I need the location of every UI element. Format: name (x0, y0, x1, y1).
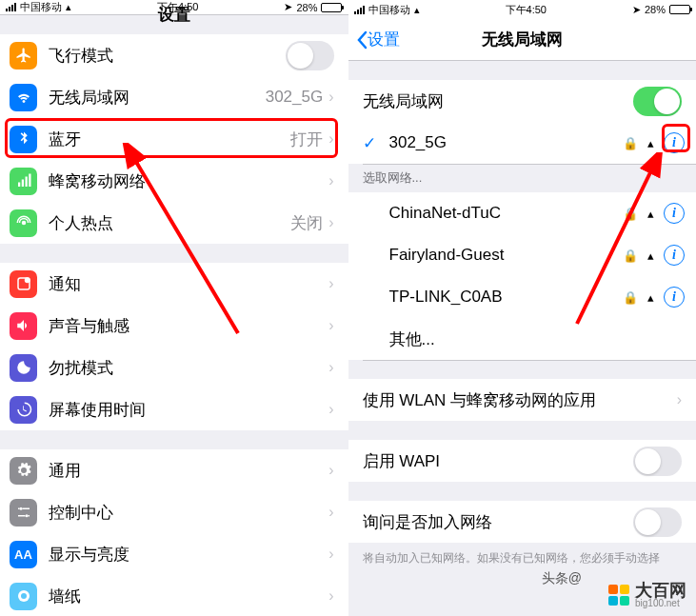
wapi-toggle[interactable] (633, 447, 682, 476)
location-icon: ➤ (632, 4, 641, 16)
cell-detail: 打开 (290, 129, 323, 150)
cell-label: 蜂窝移动网络 (49, 170, 328, 192)
settings-airplane-row[interactable]: 飞行模式 (0, 34, 348, 76)
hotspot-icon (10, 209, 37, 237)
settings-hotspot-row[interactable]: 个人热点关闭› (0, 202, 348, 244)
cell-label: 屏幕使用时间 (49, 399, 328, 421)
settings-dnd-row[interactable]: 勿扰模式› (0, 347, 348, 388)
cell-label: 通知 (49, 273, 328, 295)
nav-bar: 设置 无线局域网 (348, 19, 697, 61)
ask-join-row[interactable]: 询问是否加入网络 (348, 501, 697, 543)
airplane-icon (10, 42, 37, 70)
network-row[interactable]: ChinaNet-dTuC🔒▴i (348, 192, 697, 234)
signal-icon (354, 6, 365, 14)
svg-point-7 (19, 507, 22, 510)
apps-using-wlan-row[interactable]: 使用 WLAN 与蜂窝移动网的应用 › (348, 379, 697, 421)
nav-bar: 设置 (0, 14, 348, 15)
cell-label: 控制中心 (49, 502, 328, 524)
svg-point-10 (21, 593, 27, 599)
chevron-left-icon (356, 30, 368, 50)
other-label: 其他... (389, 328, 686, 350)
chevron-right-icon: › (328, 317, 333, 334)
settings-general-row[interactable]: 通用› (0, 449, 348, 491)
settings-sound-row[interactable]: 声音与触感› (0, 305, 348, 347)
settings-bluetooth-row[interactable]: 蓝牙打开› (0, 118, 348, 160)
cell-detail: 关闭 (290, 212, 323, 234)
wifi-signal-icon: ▴ (647, 290, 654, 305)
carrier: 中国移动 (368, 3, 410, 17)
connected-network-row[interactable]: ✓ 302_5G 🔒 ▴ i (348, 122, 697, 164)
control-icon (10, 499, 37, 527)
checkmark-icon: ✓ (363, 133, 382, 153)
network-info-button[interactable]: i (664, 287, 685, 308)
cell-label: 显示与亮度 (49, 544, 328, 566)
settings-control-row[interactable]: 控制中心› (0, 491, 348, 533)
wifi-toggle-label: 无线局域网 (363, 90, 634, 112)
lock-icon: 🔒 (623, 136, 638, 150)
network-info-button[interactable]: i (664, 203, 685, 224)
svg-rect-0 (18, 183, 20, 188)
wifi-signal-icon: ▴ (647, 136, 654, 150)
wifi-toggle[interactable] (633, 87, 682, 116)
sound-icon (10, 312, 37, 340)
battery-icon (669, 5, 690, 14)
watermark-url: big100.net (635, 599, 686, 608)
screentime-icon (10, 396, 37, 424)
cell-detail: 302_5G (266, 88, 324, 107)
svg-rect-2 (25, 177, 27, 188)
cell-label: 勿扰模式 (49, 357, 328, 379)
settings-notif-row[interactable]: 通知› (0, 263, 348, 305)
svg-point-4 (21, 221, 26, 226)
network-name: ChinaNet-dTuC (389, 204, 624, 223)
chevron-right-icon: › (328, 172, 333, 189)
svg-rect-3 (29, 174, 30, 188)
network-info-button[interactable]: i (664, 132, 685, 153)
status-time: 下午4:50 (506, 3, 547, 17)
settings-wallpaper-row[interactable]: 墙纸› (0, 575, 348, 616)
dnd-icon (10, 354, 37, 382)
watermark-title: 大百网 (635, 582, 686, 599)
network-info-button[interactable]: i (664, 245, 685, 266)
chevron-right-icon: › (328, 401, 333, 418)
chevron-right-icon: › (328, 462, 333, 479)
cell-label: 个人热点 (49, 212, 290, 234)
chevron-right-icon: › (328, 504, 333, 521)
network-row[interactable]: Fairyland-Guest🔒▴i (348, 234, 697, 276)
chevron-right-icon: › (328, 214, 333, 231)
cell-label: 启用 WAPI (363, 450, 634, 472)
site-watermark: 大百网big100.net (608, 582, 686, 608)
bluetooth-icon (10, 126, 37, 153)
chevron-right-icon: › (328, 546, 333, 563)
wifi-toggle-row[interactable]: 无线局域网 (348, 80, 697, 122)
wifi-screen: 中国移动▴ 下午4:50 ➤28% 设置 无线局域网 无线局域网 ✓ 302_5… (348, 0, 697, 616)
ask-join-footer: 将自动加入已知网络。如果没有已知网络，您必须手动选择 (348, 543, 697, 566)
notif-icon (10, 270, 37, 298)
lock-icon: 🔒 (623, 248, 638, 263)
settings-display-row[interactable]: AA显示与亮度› (0, 533, 348, 575)
ask-join-toggle[interactable] (633, 507, 682, 537)
cell-label: 通用 (49, 460, 328, 482)
cell-label: 墙纸 (49, 586, 328, 607)
other-network-row[interactable]: 其他... (348, 318, 697, 360)
lock-icon: 🔒 (623, 207, 638, 221)
chevron-right-icon: › (328, 275, 333, 292)
wifi-icon (10, 84, 37, 111)
chevron-right-icon: › (328, 89, 333, 106)
battery-pct: 28% (645, 4, 666, 15)
wapi-row[interactable]: 启用 WAPI (348, 440, 697, 482)
watermark-logo-icon (608, 585, 629, 606)
settings-cellular-row[interactable]: 蜂窝移动网络› (0, 160, 348, 202)
chevron-right-icon: › (677, 391, 682, 408)
settings-screentime-row[interactable]: 屏幕使用时间› (0, 388, 348, 430)
chevron-right-icon: › (328, 359, 333, 376)
cell-label: 询问是否加入网络 (363, 511, 634, 533)
settings-wifi-row[interactable]: 无线局域网302_5G› (0, 76, 348, 118)
back-button[interactable]: 设置 (348, 29, 400, 50)
svg-point-8 (25, 514, 28, 517)
general-icon (10, 457, 37, 485)
back-label: 设置 (368, 29, 400, 50)
network-row[interactable]: TP-LINK_C0AB🔒▴i (348, 276, 697, 318)
svg-point-6 (25, 278, 30, 283)
toggle[interactable] (286, 41, 334, 70)
wifi-signal-icon: ▴ (647, 207, 654, 221)
